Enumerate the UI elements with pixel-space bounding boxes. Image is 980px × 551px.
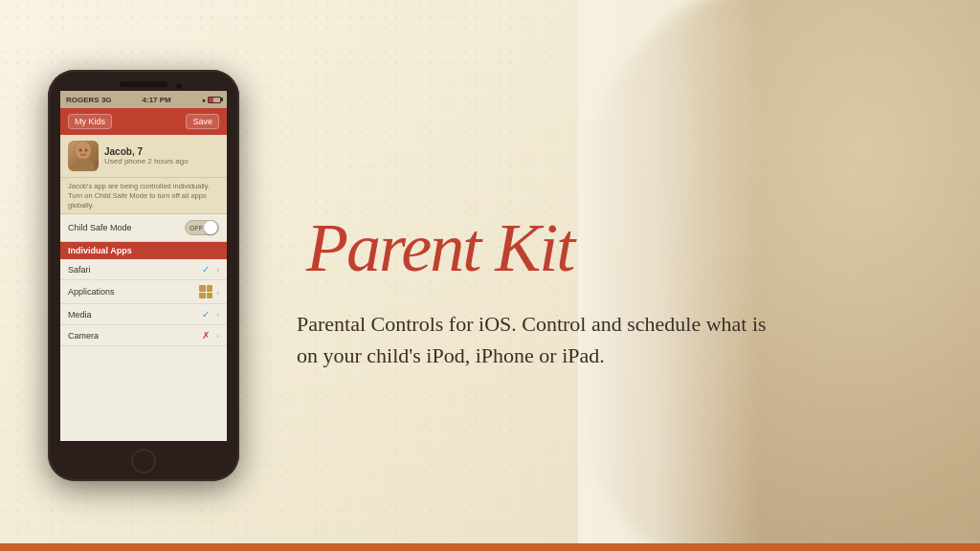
csm-label: Child Safe Mode [68,223,132,232]
profile-section: Jacob, 7 Used phone 2 hours ago [60,135,227,178]
camera-chevron: › [216,331,219,340]
app-row-safari[interactable]: Safari ✓ › [60,259,227,280]
profile-subtitle: Used phone 2 hours ago [104,157,189,165]
svg-point-4 [85,149,88,152]
safari-status-icon: ✓ [199,264,212,275]
csm-toggle[interactable]: OFF [185,220,219,235]
phone-mockup: ROGERS 3G 4:17 PM ● My Kids Save [29,29,258,522]
hero-content: Parent Kit Parental Controls for iOS. Co… [297,48,951,522]
phone-screen: ROGERS 3G 4:17 PM ● My Kids Save [60,91,227,441]
iphone-device: ROGERS 3G 4:17 PM ● My Kids Save [48,70,239,481]
app-name-safari: Safari [68,265,199,275]
svg-point-1 [72,158,95,171]
signal-icon: ● [202,97,206,103]
app-title-area: Parent Kit [297,199,951,289]
app-name-applications: Applications [68,287,199,297]
nav-bar: My Kids Save [60,108,227,135]
save-button[interactable]: Save [186,114,219,129]
app-title-text: Parent Kit [305,209,577,285]
app-name-camera: Camera [68,331,199,341]
svg-point-3 [79,149,82,152]
child-safe-mode-row: Child Safe Mode OFF [60,214,227,242]
app-row-camera[interactable]: Camera ✗ › [60,325,227,346]
app-row-applications[interactable]: Applications › [60,280,227,304]
my-kids-button[interactable]: My Kids [68,114,112,129]
notice-text: Jacob's app are being controlled individ… [60,178,227,214]
avatar [68,141,99,171]
safari-chevron: › [216,265,219,274]
home-button[interactable] [131,449,156,474]
status-bar: ROGERS 3G 4:17 PM ● [60,91,227,108]
carrier-text: ROGERS 3G [66,96,112,104]
phone-camera [176,83,182,89]
applications-chevron: › [216,288,219,297]
bottom-accent-bar [0,543,980,551]
phone-speaker [120,81,167,87]
media-status-icon: ✓ [199,309,212,320]
individual-apps-header: Individual Apps [60,242,227,259]
profile-info: Jacob, 7 Used phone 2 hours ago [104,146,189,165]
app-row-media[interactable]: Media ✓ › [60,304,227,325]
media-chevron: › [216,310,219,319]
battery-icon [208,97,221,103]
toggle-knob [204,221,217,234]
battery-area: ● [202,97,221,103]
app-subtitle: Parental Controls for iOS. Control and s… [297,308,775,371]
battery-fill [209,98,213,102]
applications-grid-icon [199,285,212,298]
toggle-label: OFF [189,225,203,231]
time-text: 4:17 PM [143,96,171,104]
camera-status-icon: ✗ [199,330,212,341]
profile-name: Jacob, 7 [104,146,189,157]
svg-point-2 [76,142,91,159]
app-name-media: Media [68,310,199,320]
